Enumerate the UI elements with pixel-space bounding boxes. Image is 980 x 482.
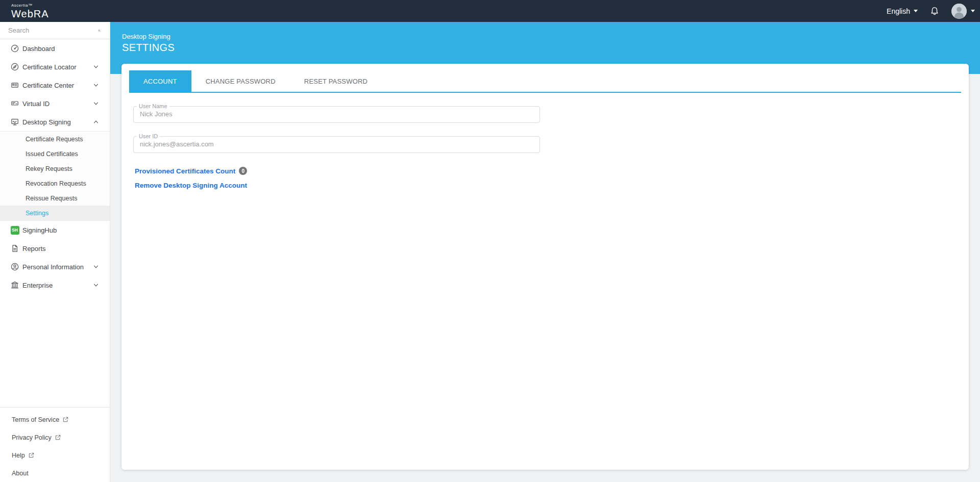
- signinghub-icon: SH: [10, 225, 19, 235]
- sidebar-item-reports[interactable]: Reports: [0, 239, 110, 258]
- footer-link-label: About: [12, 470, 29, 477]
- avatar: [951, 4, 967, 19]
- sidebar-item-label: Desktop Signing: [22, 118, 92, 126]
- user-id-input: [134, 140, 540, 149]
- sidebar-item-label: Enterprise: [22, 282, 92, 289]
- sidebar-item-label: Certificate Center: [22, 82, 92, 89]
- submenu-item-issued-certificates[interactable]: Issued Certificates: [0, 146, 110, 161]
- chevron-down-icon: [92, 281, 100, 289]
- sidebar-item-label: Dashboard: [22, 45, 100, 53]
- external-link-icon: [62, 416, 69, 423]
- remove-desktop-signing-account-link[interactable]: Remove Desktop Signing Account: [135, 182, 247, 189]
- submenu-item-rekey-requests[interactable]: Rekey Requests: [0, 161, 110, 176]
- chevron-down-icon: [914, 10, 918, 12]
- bell-icon: [929, 6, 940, 16]
- user-id-field: User ID: [133, 133, 540, 153]
- external-link-icon: [28, 452, 35, 459]
- desktop-signing-icon: [10, 117, 19, 126]
- person-circle-icon: [10, 262, 19, 271]
- sidebar-item-desktop-signing[interactable]: Desktop Signing: [0, 113, 110, 131]
- language-label: English: [887, 7, 910, 15]
- sidebar-item-personal-information[interactable]: Personal Information: [0, 258, 110, 276]
- user-id-label: User ID: [137, 133, 160, 139]
- footer-link-label: Terms of Service: [12, 416, 59, 423]
- sidebar-item-label: Certificate Locator: [22, 63, 92, 71]
- sidebar: Dashboard Certificate Locator: [0, 22, 110, 482]
- chevron-down-icon: [92, 99, 100, 108]
- help-link[interactable]: Help: [0, 446, 110, 464]
- bank-icon: [10, 281, 19, 290]
- sidebar-search: [0, 22, 110, 39]
- webra-logo[interactable]: Ascertia™ WebRA: [11, 4, 49, 19]
- search-icon[interactable]: [98, 26, 101, 35]
- submenu-item-certificate-requests[interactable]: Certificate Requests: [0, 132, 110, 146]
- provisioned-certificates-row: Provisioned Certificates Count 0: [135, 167, 969, 175]
- chevron-down-icon: [971, 10, 975, 12]
- footer-link-label: Privacy Policy: [12, 434, 52, 441]
- submenu-item-reissue-requests[interactable]: Reissue Requests: [0, 191, 110, 206]
- submenu-item-revocation-requests[interactable]: Revocation Requests: [0, 176, 110, 191]
- external-link-icon: [55, 434, 61, 441]
- account-pane: User Name User ID Provisioned Certificat…: [121, 93, 969, 189]
- terms-of-service-link[interactable]: Terms of Service: [0, 411, 110, 428]
- submenu-item-settings[interactable]: Settings: [0, 206, 110, 220]
- tab-bar: ACCOUNT CHANGE PASSWORD RESET PASSWORD: [129, 70, 961, 93]
- chevron-up-icon: [92, 118, 100, 126]
- sidebar-item-enterprise[interactable]: Enterprise: [0, 276, 110, 294]
- tab-reset-password[interactable]: RESET PASSWORD: [290, 70, 382, 92]
- footer-link-label: Help: [12, 452, 25, 459]
- about-link[interactable]: About: [0, 464, 110, 482]
- sidebar-item-label: SigningHub: [22, 226, 100, 234]
- chevron-down-icon: [92, 63, 100, 71]
- app-window: Ascertia™ WebRA English: [0, 0, 980, 482]
- sidebar-item-dashboard[interactable]: Dashboard: [0, 39, 110, 58]
- settings-card: ACCOUNT CHANGE PASSWORD RESET PASSWORD U…: [121, 64, 969, 470]
- count-badge: 0: [239, 167, 247, 175]
- user-name-field: User Name: [133, 103, 540, 123]
- sidebar-item-certificate-center[interactable]: Certificate Center: [0, 76, 110, 94]
- tab-account[interactable]: ACCOUNT: [129, 70, 191, 92]
- main-area: Desktop Signing SETTINGS ACCOUNT CHANGE …: [110, 22, 980, 482]
- chevron-down-icon: [92, 263, 100, 271]
- page-title: SETTINGS: [122, 42, 175, 54]
- sidebar-nav: Dashboard Certificate Locator: [0, 39, 110, 407]
- brand-ascertia-label: Ascertia™: [11, 4, 49, 8]
- breadcrumb: Desktop Signing: [122, 33, 175, 40]
- sidebar-item-certificate-locator[interactable]: Certificate Locator: [0, 58, 110, 76]
- id-card-icon: [10, 99, 19, 108]
- sidebar-item-label: Virtual ID: [22, 100, 92, 108]
- provisioned-certificates-count-link[interactable]: Provisioned Certificates Count: [135, 167, 235, 175]
- document-icon: [10, 244, 19, 253]
- certificate-card-icon: [10, 81, 19, 90]
- user-menu[interactable]: [951, 4, 975, 19]
- sidebar-footer: Terms of Service Privacy Policy Help Abo…: [0, 407, 110, 482]
- user-name-input: [134, 110, 540, 119]
- content-shell: Dashboard Certificate Locator: [0, 22, 980, 482]
- chevron-down-icon: [92, 81, 100, 89]
- user-name-label: User Name: [137, 103, 169, 109]
- top-bar: Ascertia™ WebRA English: [0, 0, 980, 22]
- compass-icon: [10, 62, 19, 71]
- sidebar-item-virtual-id[interactable]: Virtual ID: [0, 94, 110, 113]
- search-input[interactable]: [8, 27, 98, 34]
- gauge-icon: [10, 44, 19, 53]
- brand-webra-label: WebRA: [11, 9, 49, 19]
- sidebar-item-signinghub[interactable]: SH SigningHub: [0, 221, 110, 239]
- tab-change-password[interactable]: CHANGE PASSWORD: [191, 70, 290, 92]
- sidebar-item-label: Personal Information: [22, 263, 92, 271]
- remove-account-row: Remove Desktop Signing Account: [135, 182, 969, 189]
- privacy-policy-link[interactable]: Privacy Policy: [0, 428, 110, 446]
- topbar-actions: English: [887, 4, 975, 19]
- language-selector[interactable]: English: [887, 7, 918, 15]
- sidebar-item-label: Reports: [22, 245, 100, 252]
- notifications-button[interactable]: [929, 6, 940, 16]
- desktop-signing-submenu: Certificate Requests Issued Certificates…: [0, 131, 110, 221]
- page-header: Desktop Signing SETTINGS: [122, 33, 175, 54]
